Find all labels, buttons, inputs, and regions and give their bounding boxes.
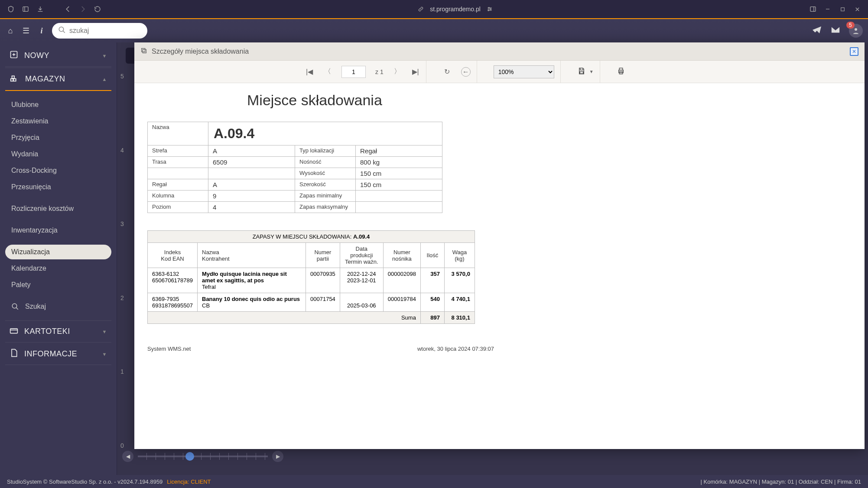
svg-rect-5 (810, 7, 816, 12)
status-bar: StudioSystem © SoftwareStudio Sp. z o.o.… (0, 475, 868, 488)
shield-icon[interactable] (7, 5, 15, 13)
sidebar-section-nowy[interactable]: NOWY ▼ (5, 45, 111, 67)
zoom-slider: ◀ ▶ (122, 451, 859, 462)
nav-back-icon[interactable] (64, 5, 72, 13)
footer-license: Licencja: CLIENT (167, 478, 211, 485)
sidebar-szukaj-label: Szukaj (25, 303, 46, 310)
nav-forward-icon (79, 5, 87, 13)
slider-thumb[interactable] (185, 452, 194, 461)
sidebar-item-palety[interactable]: Palety (5, 278, 111, 292)
svg-rect-8 (841, 7, 844, 11)
sidebar-item-wydania[interactable]: Wydania (5, 147, 111, 162)
svg-line-10 (63, 31, 65, 33)
sidebar-item-ulubione[interactable]: Ulubione (5, 97, 111, 112)
sidebar-item-rozliczenie[interactable]: Rozliczenie kosztów (5, 201, 111, 216)
print-icon[interactable] (617, 67, 625, 77)
y-axis: 01 23 45 (120, 73, 129, 449)
browser-chrome: st.programdemo.pl (0, 0, 868, 18)
chevron-down-icon[interactable]: ▼ (589, 69, 594, 74)
zoom-select[interactable]: 100% (494, 65, 554, 78)
stock-row: 6369-79356931878695507 Banany 10 donec q… (148, 293, 475, 312)
sidebar-item-wizualizacja[interactable]: Wizualizacja (5, 245, 111, 259)
sidebar-item-przesuniecia[interactable]: Przesunięcia (5, 180, 111, 194)
search-icon (58, 26, 66, 36)
first-page-icon[interactable]: |◀ (305, 68, 314, 76)
reload-icon[interactable] (94, 5, 101, 13)
search-icon (11, 303, 19, 310)
copy-icon (140, 47, 147, 56)
url-text[interactable]: st.programdemo.pl (430, 6, 481, 13)
plane-icon[interactable] (812, 25, 822, 37)
back-icon[interactable]: ← (461, 67, 471, 77)
svg-point-18 (12, 304, 17, 308)
refresh-icon[interactable]: ↻ (443, 68, 452, 76)
svg-rect-23 (142, 48, 145, 52)
mail-icon[interactable]: 5 (831, 25, 840, 36)
next-page-icon[interactable]: 〉 (393, 67, 402, 76)
chevron-down-icon: ▼ (102, 53, 107, 58)
report-footer-left: System WMS.net (147, 346, 191, 352)
svg-rect-20 (10, 329, 18, 333)
location-name: A.09.4 (208, 122, 442, 145)
sidebar-section-magazyn[interactable]: MAGAZYN ▲ (5, 68, 111, 91)
sidebar-section-informacje[interactable]: INFORMACJE ▼ (5, 343, 111, 365)
stock-sum-row: Suma 897 8 310,1 (148, 312, 475, 324)
svg-rect-17 (12, 76, 15, 78)
report-toolbar: |◀ 〈 z 1 〉 ▶| ↻ ← 100% (134, 61, 865, 83)
tune-icon[interactable] (486, 5, 494, 13)
sidebar-item-kalendarze[interactable]: Kalendarze (5, 261, 111, 276)
link-icon (417, 5, 425, 13)
info-icon[interactable]: i (36, 26, 47, 36)
slider-track[interactable] (138, 456, 268, 457)
cards-icon (10, 326, 18, 337)
main-content: Rząd A Rząd B Rząd C Rząd D Rząd E Rząd … (117, 42, 868, 475)
svg-point-9 (59, 27, 64, 32)
footer-context: | Komórka: MAGAZYN | Magazyn: 01 | Oddzi… (701, 478, 861, 485)
plus-icon (10, 50, 18, 61)
svg-rect-25 (619, 68, 623, 70)
sidebar-section-kartoteki[interactable]: KARTOTEKI ▼ (5, 320, 111, 343)
save-icon[interactable] (577, 67, 586, 77)
page-input[interactable] (341, 66, 366, 78)
warehouse-icon (10, 73, 19, 85)
page-of-label: z 1 (375, 68, 384, 75)
modal-title: Szczegóły miejsca składowania (152, 48, 249, 55)
minimize-icon[interactable] (824, 5, 832, 13)
sidebar: NOWY ▼ MAGAZYN ▲ Ulubione Zestawienia Pr… (0, 42, 117, 475)
last-page-icon[interactable]: ▶| (411, 68, 420, 76)
download-icon[interactable] (36, 5, 44, 13)
home-icon[interactable]: ⌂ (5, 26, 16, 36)
sidebar-item-crossdocking[interactable]: Cross-Docking (5, 163, 111, 178)
footer-copyright: StudioSystem © SoftwareStudio Sp. z o.o.… (7, 478, 163, 485)
details-modal: Szczegóły miejsca składowania ✕ |◀ 〈 z 1… (134, 42, 865, 449)
svg-rect-0 (23, 7, 28, 12)
svg-rect-16 (13, 79, 16, 81)
mail-badge: 5 (846, 22, 855, 29)
sidebar-item-przyjecia[interactable]: Przyjęcia (5, 130, 111, 145)
sidebar-item-inwentaryzacja[interactable]: Inwentaryzacja (5, 223, 111, 238)
maximize-icon[interactable] (839, 5, 846, 13)
slider-prev-button[interactable]: ◀ (122, 451, 133, 462)
sidebar-informacje-label: INFORMACJE (24, 349, 77, 359)
sidebar-item-szukaj[interactable]: Szukaj (5, 299, 111, 314)
chevron-down-icon: ▼ (102, 352, 107, 357)
search-box[interactable] (52, 23, 147, 39)
slider-next-button[interactable]: ▶ (272, 451, 283, 462)
report-footer: System WMS.net wtorek, 30 lipca 2024 07:… (147, 346, 494, 352)
location-info-table: NazwaA.09.4 StrefaATyp lokalizacjiRegał … (147, 122, 442, 213)
prev-page-icon[interactable]: 〈 (323, 67, 332, 76)
doc-icon (10, 349, 18, 359)
list-icon[interactable]: ☰ (21, 26, 31, 36)
sidebar-kartoteki-label: KARTOTEKI (24, 327, 70, 336)
sidebar-toggle-icon[interactable] (22, 5, 29, 13)
sidebar-magazyn-label: MAGAZYN (25, 74, 65, 84)
svg-rect-15 (11, 79, 13, 81)
svg-rect-22 (143, 49, 146, 53)
close-window-icon[interactable] (853, 5, 861, 13)
search-input[interactable] (69, 27, 141, 35)
chevron-down-icon: ▼ (102, 329, 107, 334)
panel-icon[interactable] (809, 5, 817, 13)
sidebar-item-zestawienia[interactable]: Zestawienia (5, 114, 111, 129)
report-title: Miejsce składowania (247, 92, 852, 109)
modal-expand-button[interactable]: ✕ (850, 47, 858, 56)
